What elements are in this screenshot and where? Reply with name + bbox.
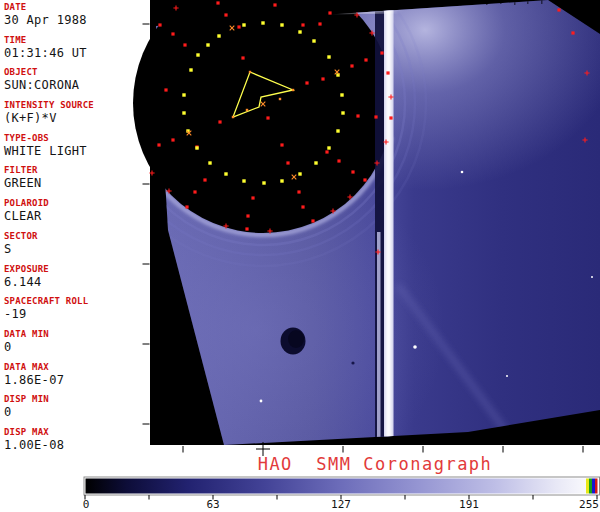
field-value: SUN:CORONA bbox=[4, 78, 150, 92]
axis-ticks bbox=[141, 24, 583, 456]
yellow-ring-dot bbox=[341, 111, 344, 114]
yellow-ring-dot bbox=[336, 129, 339, 132]
field-value: S bbox=[4, 242, 150, 256]
metadata-sidebar: DATE 30 Apr 1988 TIME 01:31:46 UT OBJECT… bbox=[4, 2, 150, 460]
field-label: TIME bbox=[4, 35, 150, 46]
red-cross-marker bbox=[383, 139, 388, 144]
red-marker-dot bbox=[195, 145, 198, 148]
field-label: DISP MAX bbox=[4, 427, 150, 438]
red-marker-dot bbox=[171, 32, 174, 35]
saturation-blob bbox=[332, 0, 400, 12]
yellow-ring-dot bbox=[189, 68, 192, 71]
red-cross-marker bbox=[582, 137, 587, 142]
red-marker-dot bbox=[301, 205, 304, 208]
red-marker-dot bbox=[286, 161, 289, 164]
polygon-vertex-marker bbox=[279, 98, 281, 100]
metadata-field-intensity-source: INTENSITY SOURCE (K+F)*V bbox=[4, 100, 150, 133]
red-marker-dot bbox=[321, 77, 324, 80]
red-marker-dot bbox=[557, 8, 560, 11]
red-marker-dot bbox=[241, 56, 244, 59]
yellow-ring-dot bbox=[182, 93, 185, 96]
yellow-ring-dot bbox=[280, 179, 283, 182]
yellow-ring-dot bbox=[336, 73, 339, 76]
red-marker-dot bbox=[218, 120, 221, 123]
metadata-field-sector: SECTOR S bbox=[4, 231, 150, 264]
red-marker-dot bbox=[297, 190, 300, 193]
field-value: 30 Apr 1988 bbox=[4, 13, 150, 27]
red-cross-marker bbox=[223, 223, 228, 228]
red-cross-marker bbox=[347, 194, 352, 199]
red-cross-marker bbox=[166, 188, 171, 193]
red-marker-dot bbox=[183, 43, 186, 46]
pylon-shadow bbox=[375, 0, 384, 441]
star-dot bbox=[506, 375, 508, 377]
disk-rim-glow bbox=[133, 131, 391, 235]
polygon-vertex-marker bbox=[249, 71, 251, 73]
metadata-field-disp-max: DISP MAX 1.00E-08 bbox=[4, 427, 150, 460]
field-value: 0 bbox=[4, 405, 150, 419]
red-cross-marker bbox=[388, 94, 393, 99]
field-label: DATE bbox=[4, 2, 150, 13]
yellow-ring-dot bbox=[242, 179, 245, 182]
orange-x-marker bbox=[187, 131, 192, 136]
red-marker-dot bbox=[328, 11, 331, 14]
yellow-ring-dot bbox=[314, 161, 317, 164]
field-label: DATA MIN bbox=[4, 329, 150, 340]
yellow-ring-dot bbox=[261, 21, 264, 24]
red-marker-dot bbox=[571, 31, 574, 34]
red-marker-dot bbox=[356, 114, 359, 117]
colorbar-label-0: 0 bbox=[83, 498, 90, 511]
red-marker-dot bbox=[301, 23, 304, 26]
red-marker-dot bbox=[216, 1, 219, 4]
yellow-ring-dot bbox=[182, 111, 185, 114]
red-marker-dot bbox=[318, 22, 321, 25]
field-label: SECTOR bbox=[4, 231, 150, 242]
pylon-bright-line bbox=[384, 0, 394, 441]
yellow-ring-dot bbox=[280, 23, 283, 26]
red-marker-dot bbox=[351, 170, 354, 173]
star-dot bbox=[461, 171, 464, 174]
red-cross-marker bbox=[375, 249, 380, 254]
field-value: 6.144 bbox=[4, 275, 150, 289]
yellow-ring-dot bbox=[312, 39, 315, 42]
red-marker-dot bbox=[158, 23, 161, 26]
yellow-ring-dot bbox=[224, 172, 227, 175]
selection-polygon bbox=[233, 72, 293, 117]
red-marker-dot bbox=[203, 178, 206, 181]
red-marker-dot bbox=[305, 81, 308, 84]
red-marker-dot bbox=[386, 71, 389, 74]
yellow-ring-dot bbox=[327, 55, 330, 58]
image-plot-area bbox=[150, 0, 600, 445]
red-marker-dot bbox=[273, 3, 276, 6]
red-cross-marker bbox=[369, 30, 374, 35]
field-value: GREEN bbox=[4, 176, 150, 190]
colorbar-stripe-red bbox=[595, 479, 598, 494]
field-value: 0 bbox=[4, 340, 150, 354]
image-title: HAO SMM Coronagraph bbox=[150, 454, 600, 474]
star-dot bbox=[260, 400, 263, 403]
metadata-field-polaroid: POLAROID CLEAR bbox=[4, 198, 150, 231]
field-value: -19 bbox=[4, 307, 150, 321]
field-label: DATA MAX bbox=[4, 362, 150, 373]
field-value: 1.86E-07 bbox=[4, 373, 150, 387]
red-marker-dot bbox=[266, 116, 269, 119]
colorbar-stripe-yellow bbox=[586, 479, 589, 494]
red-marker-dot bbox=[193, 190, 196, 193]
red-marker-dot bbox=[251, 196, 254, 199]
field-value: CLEAR bbox=[4, 209, 150, 223]
overlay-markers bbox=[149, 1, 593, 402]
orange-x-marker bbox=[230, 26, 235, 31]
colorbar-label-127: 127 bbox=[331, 498, 351, 511]
metadata-field-type-obs: TYPE-OBS WHITE LIGHT bbox=[4, 133, 150, 166]
yellow-ring-dot bbox=[208, 161, 211, 164]
red-marker-dot bbox=[157, 143, 160, 146]
red-marker-dot bbox=[325, 150, 328, 153]
yellow-ring-dot bbox=[298, 172, 301, 175]
yellow-ring-dot bbox=[196, 53, 199, 56]
yellow-ring-dot bbox=[217, 34, 220, 37]
red-marker-dot bbox=[380, 51, 383, 54]
coronagraph-viewer-window: DATE 30 Apr 1988 TIME 01:31:46 UT OBJECT… bbox=[0, 0, 600, 512]
pylon bbox=[325, 0, 543, 441]
polygon-vertex-marker bbox=[246, 109, 248, 111]
field-label: POLAROID bbox=[4, 198, 150, 209]
